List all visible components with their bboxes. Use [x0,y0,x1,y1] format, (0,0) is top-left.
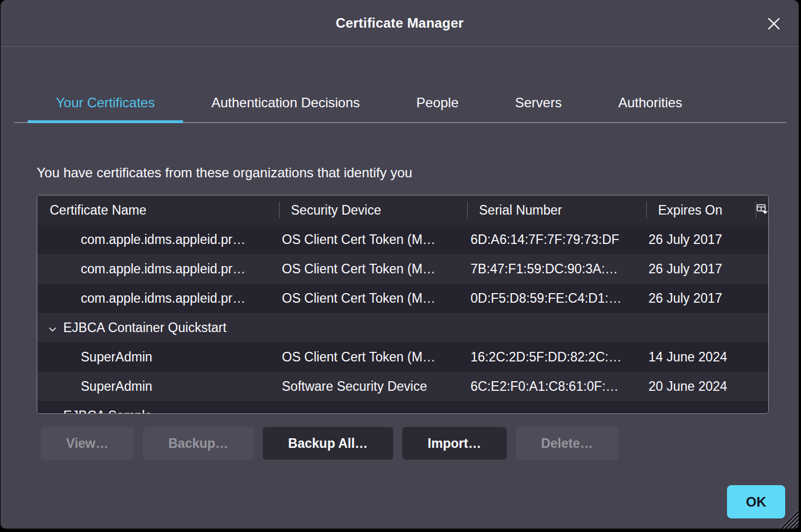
cert-name: SuperAdmin [37,379,279,394]
page-title: Certificate Manager [336,15,464,31]
cert-expires: 26 July 2017 [646,291,756,306]
close-button[interactable] [763,12,785,35]
cert-name: com.apple.idms.appleid.pr… [37,261,279,277]
backup-all-button[interactable]: Backup All… [263,427,393,460]
backup-button[interactable]: Backup… [143,427,254,460]
group-name: EJBCA Sample [63,408,152,415]
table-row[interactable]: SuperAdmin Software Security Device 6C:E… [37,372,768,401]
column-header-certificate-name[interactable]: Certificate Name [37,195,279,225]
column-header-expires-on[interactable]: Expires On [646,195,756,225]
cert-device: OS Client Cert Token (M… [279,261,467,277]
column-header-serial-number[interactable]: Serial Number [467,195,646,225]
table-body: com.apple.idms.appleid.pr… OS Client Cer… [37,225,768,414]
cert-serial: 16:2C:2D:5F:DD:82:2C:… [467,350,646,365]
cert-name: com.apple.idms.appleid.pr… [37,232,279,247]
cert-expires: 14 June 2024 [646,350,756,365]
table-header: Certificate Name Security Device Serial … [37,195,768,225]
title-bar: Certificate Manager [1,0,799,47]
certificate-manager-dialog: Certificate Manager Your Certificates Au… [1,0,799,529]
cert-expires: 26 July 2017 [646,232,756,247]
cert-serial: 6D:A6:14:7F:7F:79:73:DF [467,232,646,247]
import-button[interactable]: Import… [402,427,507,460]
close-icon [765,15,782,32]
cert-serial: 7B:47:F1:59:DC:90:3A:… [467,261,646,277]
view-button[interactable]: View… [41,427,134,460]
cert-expires: 26 July 2017 [646,261,756,277]
tab-your-certificates[interactable]: Your Certificates [28,84,183,122]
table-row[interactable]: SuperAdmin OS Client Cert Token (M… 16:2… [37,342,768,372]
tab-bar: Your Certificates Authentication Decisio… [14,84,786,123]
cert-device: OS Client Cert Token (M… [279,232,467,247]
table-row[interactable]: com.apple.idms.appleid.pr… OS Client Cer… [37,254,768,284]
column-picker-button[interactable] [756,195,768,225]
cert-name: SuperAdmin [37,350,279,365]
cert-name: com.apple.idms.appleid.pr… [37,291,279,306]
cert-serial: 0D:F5:D8:59:FE:C4:D1:… [467,291,646,306]
cert-device: Software Security Device [279,379,467,394]
cert-serial: 6C:E2:F0:A1:C8:61:0F:… [467,379,646,394]
chevron-down-icon[interactable] [47,411,58,414]
cert-expires: 20 June 2024 [646,379,756,394]
cert-device: OS Client Cert Token (M… [279,350,467,365]
action-button-row: View… Backup… Backup All… Import… Delete… [41,427,619,460]
group-row-ejbca-container-quickstart[interactable]: EJBCA Container Quickstart [37,313,768,342]
column-picker-icon [756,203,768,218]
certificates-table: Certificate Name Security Device Serial … [37,195,769,414]
tab-people[interactable]: People [388,84,487,122]
group-row-ejbca-sample-partial[interactable]: EJBCA Sample [37,401,768,414]
ok-button[interactable]: OK [727,485,785,518]
group-name: EJBCA Container Quickstart [63,320,227,335]
tab-servers[interactable]: Servers [487,84,590,122]
intro-text: You have certificates from these organiz… [37,165,412,181]
delete-button[interactable]: Delete… [516,427,619,460]
chevron-down-icon[interactable] [47,322,58,333]
column-header-security-device[interactable]: Security Device [279,195,467,225]
table-row[interactable]: com.apple.idms.appleid.pr… OS Client Cer… [37,225,768,254]
tab-authorities[interactable]: Authorities [590,84,710,122]
table-row[interactable]: com.apple.idms.appleid.pr… OS Client Cer… [37,284,768,313]
tab-authentication-decisions[interactable]: Authentication Decisions [183,84,388,122]
cert-device: OS Client Cert Token (M… [279,291,467,306]
